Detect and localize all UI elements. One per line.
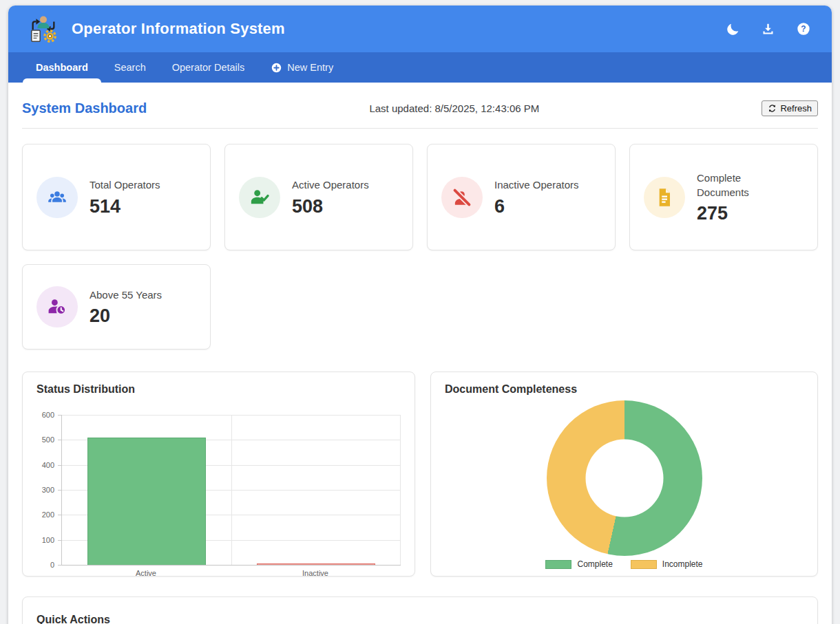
tab-label: Dashboard [36, 62, 88, 73]
svg-text:?: ? [801, 24, 806, 34]
legend-swatch-incomplete [631, 560, 657, 569]
document-completeness-card: Document Completeness Complete Incomplet… [430, 372, 818, 577]
tab-label: New Entry [287, 62, 333, 73]
dashboard-content: System Dashboard Last updated: 8/5/2025,… [8, 83, 832, 624]
stat-card-total-operators: Total Operators 514 [22, 144, 211, 250]
tab-new-entry[interactable]: New Entry [258, 52, 346, 83]
status-distribution-card: Status Distribution 0100200300400500600 … [22, 372, 415, 577]
bar-active [87, 438, 206, 565]
tab-label: Search [114, 62, 146, 73]
plus-circle-icon [271, 62, 282, 74]
status-bar-chart: 0100200300400500600 ActiveInactive [36, 415, 401, 565]
stat-card-complete-documents: Complete Documents 275 [629, 144, 818, 250]
top-bar: Operator Information System ? [8, 6, 832, 52]
chart-title: Status Distribution [36, 383, 401, 396]
topbar-actions: ? [724, 20, 812, 38]
document-icon [653, 186, 675, 208]
bar-inactive [257, 563, 375, 565]
refresh-label: Refresh [780, 103, 812, 114]
moon-icon [726, 22, 740, 36]
tab-label: Operator Details [172, 62, 245, 73]
stat-value: 508 [292, 197, 369, 216]
page-title: System Dashboard [22, 100, 147, 116]
refresh-icon [768, 104, 777, 113]
person-clock-icon [46, 296, 68, 318]
legend-label: Incomplete [662, 559, 703, 569]
stat-label: Above 55 Years [90, 288, 162, 302]
donut-legend: Complete Incomplete [445, 559, 804, 569]
app-title: Operator Information System [72, 20, 712, 38]
stat-label: Inactive Operators [494, 178, 579, 192]
legend-item-complete[interactable]: Complete [545, 559, 612, 569]
page-head: System Dashboard Last updated: 8/5/2025,… [22, 83, 818, 129]
help-icon: ? [796, 21, 811, 36]
dark-mode-button[interactable] [724, 21, 742, 38]
refresh-button[interactable]: Refresh [762, 100, 818, 116]
charts-row: Status Distribution 0100200300400500600 … [22, 372, 818, 577]
stat-card-inactive-operators: Inactive Operators 6 [427, 144, 616, 250]
help-button[interactable]: ? [795, 20, 812, 38]
last-updated-text: Last updated: 8/5/2025, 12:43:06 PM [147, 103, 762, 114]
bar-xlabels: ActiveInactive [61, 569, 401, 577]
stat-label: Total Operators [90, 178, 160, 192]
stat-card-active-operators: Active Operators 508 [224, 144, 413, 250]
tab-search[interactable]: Search [101, 52, 159, 83]
app-logo-icon [28, 13, 59, 45]
person-slash-icon [451, 186, 473, 208]
nav-tabs: Dashboard Search Operator Details New En… [8, 52, 832, 83]
tab-dashboard[interactable]: Dashboard [23, 52, 101, 83]
stat-value: 20 [90, 307, 162, 325]
download-icon [761, 22, 775, 36]
legend-label: Complete [577, 559, 612, 569]
tab-operator-details[interactable]: Operator Details [159, 52, 258, 83]
stat-label: Active Operators [292, 178, 369, 192]
people-group-icon [46, 186, 68, 208]
stats-grid: Total Operators 514 Active Operators 508 [22, 144, 818, 349]
document-donut-chart [547, 400, 702, 556]
stat-value: 514 [90, 197, 160, 216]
person-check-icon [249, 186, 271, 208]
download-button[interactable] [759, 21, 777, 38]
stat-card-above-55: Above 55 Years 20 [22, 264, 211, 349]
app-window: Operator Information System ? [8, 6, 832, 624]
quick-actions-title: Quick Actions [36, 614, 804, 624]
legend-item-incomplete[interactable]: Incomplete [631, 559, 703, 569]
chart-title: Document Completeness [445, 383, 804, 396]
legend-swatch-complete [545, 560, 571, 569]
stat-label: Complete Documents [697, 171, 786, 200]
stat-value: 6 [494, 197, 579, 216]
stat-value: 275 [697, 204, 786, 223]
quick-actions-card: Quick Actions [22, 596, 818, 624]
bar-plot [61, 415, 401, 565]
